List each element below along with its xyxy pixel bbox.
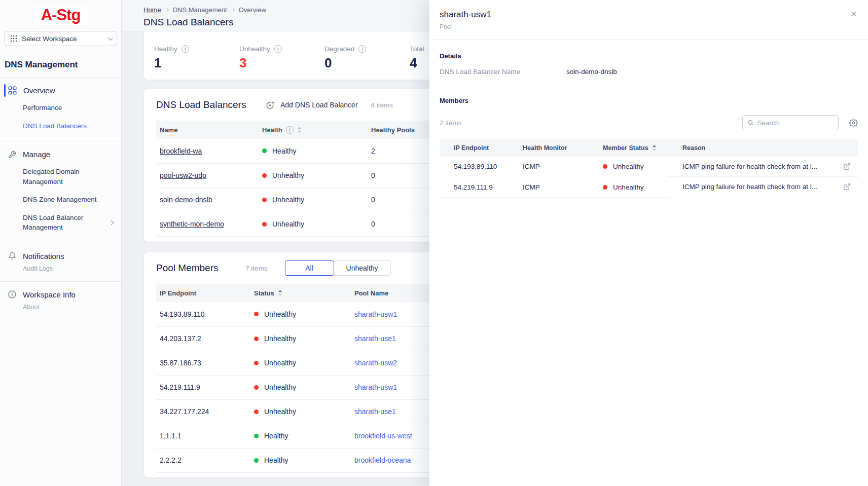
cell-ip-endpoint: 54.193.89.110 [440, 157, 509, 177]
wrench-icon [8, 151, 16, 159]
stat-label-text: Unhealthy [239, 45, 270, 53]
pool-name-link[interactable]: sharath-usw2 [354, 359, 397, 367]
sidebar-item-performance[interactable]: Performance [0, 99, 121, 117]
status-label: Healthy [264, 432, 288, 440]
info-icon[interactable] [182, 45, 189, 53]
info-icon[interactable] [286, 126, 294, 134]
column-header-health-monitor[interactable]: Health Monitor [509, 139, 589, 157]
stat-healthy: Healthy1 [154, 45, 239, 71]
stat-value: 3 [239, 55, 324, 71]
sidebar-item-overview[interactable]: Overview [0, 82, 121, 99]
stat-label: Healthy [154, 45, 239, 53]
add-load-balancer-icon [266, 101, 275, 109]
status-dot-icon [254, 458, 259, 463]
sort-icon[interactable] [297, 126, 302, 133]
cell-ip-endpoint: 2.2.2.2 [156, 448, 250, 472]
status-cell: Unhealthy [603, 163, 668, 170]
pool-name-link[interactable]: sharath-usw1 [354, 383, 397, 391]
dns-lb-link[interactable]: synthetic-mon-demo [160, 220, 224, 228]
members-items-count: 2 items [440, 119, 462, 127]
column-header-member-status[interactable]: Member Status [589, 139, 668, 157]
sidebar-section-label: Overview [23, 86, 55, 95]
cell-status: Unhealthy [250, 326, 351, 351]
breadcrumb-home[interactable]: Home [143, 6, 161, 14]
column-header-name[interactable]: Name [156, 121, 259, 139]
cell-ip-endpoint: 44.203.137.2 [156, 326, 250, 351]
bell-icon [8, 252, 16, 260]
column-header-reason[interactable]: Reason [668, 139, 858, 157]
cell-health-monitor: ICMP [509, 157, 589, 177]
sidebar-item-dns-zone-management[interactable]: DNS Zone Management [0, 191, 121, 209]
external-link-icon[interactable] [843, 183, 858, 191]
add-dns-load-balancer-button[interactable]: Add DNS Load Balancer [266, 101, 358, 109]
breadcrumb-dns-management[interactable]: DNS Management [173, 6, 227, 14]
external-link-icon[interactable] [843, 163, 858, 170]
sidebar-item-dns-load-balancers[interactable]: DNS Load Balancers [0, 117, 121, 135]
sidebar-item-delegated-domain-management[interactable]: Delegated Domain Management [0, 163, 121, 191]
sidebar-item-about[interactable]: About [0, 303, 121, 314]
cell-name: pool-usw2-udp [156, 163, 259, 188]
workspace-selector-label: Select Workspace [22, 35, 77, 43]
status-label: Unhealthy [264, 359, 296, 367]
sidebar-section-label: Notifications [23, 252, 64, 260]
pool-name-link[interactable]: sharath-use1 [354, 407, 396, 416]
cell-member-status: Unhealthy [589, 157, 668, 177]
close-icon[interactable]: × [851, 8, 857, 19]
stat-label: Unhealthy [239, 45, 324, 53]
pool-name-link[interactable]: sharath-use1 [354, 334, 396, 343]
panel-header: sharath-usw1 Pool × [429, 0, 868, 40]
status-label: Unhealthy [613, 163, 644, 170]
pool-name-link[interactable]: brookfield-us-west [354, 432, 412, 440]
status-dot-icon [262, 148, 267, 153]
column-header-status[interactable]: Status [250, 284, 351, 302]
logo-text: A-Stg [41, 6, 81, 24]
cell-ip-endpoint: 1.1.1.1 [156, 424, 250, 448]
status-dot-icon [254, 385, 259, 390]
pool-name-link[interactable]: sharath-usw1 [354, 310, 397, 318]
status-cell: Healthy [262, 147, 368, 155]
cell-ip-endpoint: 54.219.111.9 [156, 375, 250, 399]
sidebar: A-Stg Select Workspace DNS Management [0, 0, 122, 486]
member-search [742, 115, 839, 130]
sidebar-item-audit-logs[interactable]: Audit Logs [0, 265, 121, 275]
detail-value: soln-demo-dnslb [566, 68, 617, 76]
column-header-ip-endpoint[interactable]: IP Endpoint [156, 284, 250, 302]
dns-lb-link[interactable]: soln-demo-dnslb [160, 196, 212, 204]
gear-icon[interactable] [849, 119, 858, 127]
tab-unhealthy[interactable]: Unhealthy [334, 260, 391, 276]
dns-lb-link[interactable]: pool-usw2-udp [160, 171, 206, 179]
sidebar-section-label: Workspace Info [23, 290, 76, 299]
workspace-selector[interactable]: Select Workspace [5, 31, 117, 46]
dns-lb-link[interactable]: brookfield-wa [160, 147, 202, 155]
breadcrumb-overview[interactable]: Overview [239, 6, 266, 14]
status-cell: Unhealthy [262, 196, 368, 204]
pool-name-link[interactable]: brookfield-oceana [354, 456, 411, 464]
search-input[interactable] [757, 119, 834, 127]
status-dot-icon [254, 361, 259, 365]
info-icon[interactable] [274, 45, 282, 53]
column-header-ip-endpoint[interactable]: IP Endpoint [440, 139, 509, 157]
pool-detail-panel: sharath-usw1 Pool × Details DNS Load Bal… [429, 0, 868, 486]
sidebar-item-workspace-info[interactable]: Workspace Info [0, 286, 121, 303]
sort-icon[interactable] [652, 144, 657, 152]
manage-section: Manage Delegated Domain Management DNS Z… [0, 141, 121, 243]
status-cell: Unhealthy [254, 310, 351, 318]
logo[interactable]: A-Stg [34, 6, 88, 25]
sidebar-item-manage[interactable]: Manage [0, 146, 121, 163]
sidebar-item-dns-lb-management[interactable]: DNS Load Balancer Management [0, 209, 121, 237]
column-header-health[interactable]: Health [259, 121, 368, 139]
search-icon [747, 119, 753, 126]
info-icon[interactable] [358, 45, 366, 53]
stat-label-text: Healthy [154, 45, 177, 53]
sidebar-item-notifications[interactable]: Notifications [0, 248, 121, 265]
details-heading: Details [440, 52, 858, 60]
status-dot-icon [603, 185, 607, 190]
sort-icon[interactable] [278, 289, 282, 296]
pool-members-tabs: All Unhealthy [285, 260, 391, 276]
cell-status: Unhealthy [250, 351, 351, 375]
cell-reason: ICMP ping failure for health check from … [668, 177, 858, 197]
status-dot-icon [262, 222, 267, 227]
members-table-header: IP Endpoint Health Monitor Member Status [440, 139, 858, 157]
tab-all[interactable]: All [285, 260, 334, 276]
status-dot-icon [254, 312, 259, 316]
